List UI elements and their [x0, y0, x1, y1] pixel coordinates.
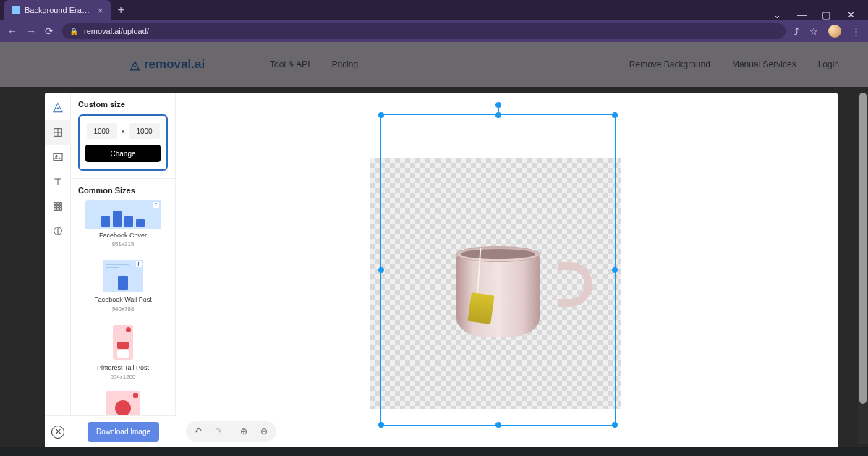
preset-name: Pinterest Tall Post [97, 364, 149, 371]
tab-favicon [12, 6, 20, 14]
browser-addressbar: ← → ⟳ 🔒 removal.ai/upload/ ⤴ ☆ ⋮ [0, 20, 868, 42]
tool-image[interactable] [45, 145, 71, 169]
undo-icon[interactable]: ↶ [190, 423, 206, 439]
redo-icon[interactable]: ↷ [210, 423, 226, 439]
resize-handle[interactable] [495, 422, 501, 428]
preset-name: Facebook Wall Post [94, 296, 152, 303]
lock-icon: 🔒 [69, 28, 78, 35]
canvas-area[interactable]: ↶ ↷ ⊕ ⊖ [176, 93, 838, 447]
preset-thumb [85, 258, 161, 294]
preset-thumb [85, 200, 161, 229]
download-button[interactable]: Download Image [88, 422, 159, 442]
resize-handle[interactable] [612, 267, 618, 273]
preset-thumb [85, 322, 161, 362]
common-sizes-title: Common Sizes [71, 179, 175, 200]
app-logo-icon: ◬ [53, 98, 63, 114]
tool-text[interactable] [45, 169, 71, 194]
minimize-icon[interactable]: ― [797, 9, 806, 20]
browser-tab[interactable]: Background Eraser: Upload You × [4, 0, 111, 20]
tool-crop[interactable] [45, 120, 71, 145]
page-scrollbar[interactable] [858, 93, 868, 444]
back-icon[interactable]: ← [7, 25, 17, 37]
height-input[interactable] [129, 123, 160, 139]
zoom-in-icon[interactable]: ⊕ [236, 423, 252, 439]
width-input[interactable] [87, 123, 117, 139]
chevron-down-icon[interactable]: ⌄ [773, 9, 781, 20]
reload-icon[interactable]: ⟳ [45, 25, 54, 37]
zoom-out-icon[interactable]: ⊖ [256, 423, 272, 439]
close-editor[interactable]: ✕ [45, 415, 71, 447]
preset-facebook-cover[interactable]: Facebook Cover 851x315 [78, 200, 168, 248]
window-controls: ⌄ ― ▢ ✕ [773, 9, 868, 20]
rotate-handle[interactable] [495, 102, 501, 108]
browser-tabbar: Background Eraser: Upload You × + ⌄ ― ▢ … [0, 0, 868, 20]
url-text: removal.ai/upload/ [84, 27, 149, 35]
preset-pinterest[interactable]: Pinterest Tall Post 564x1200 [78, 322, 168, 380]
canvas-toolbar: ↶ ↷ ⊕ ⊖ [186, 421, 276, 442]
menu-icon[interactable]: ⋮ [851, 26, 861, 37]
tool-rail: ◬ [45, 93, 71, 447]
resize-handle[interactable] [612, 422, 618, 428]
svg-rect-7 [59, 203, 61, 205]
x-label: x [122, 127, 125, 135]
resize-handle[interactable] [612, 112, 618, 118]
preset-name: Facebook Cover [99, 232, 147, 239]
editor-modal: ◬ Custom size x [45, 93, 838, 447]
custom-size-box: x Change [78, 114, 168, 171]
selection-box[interactable] [380, 114, 616, 426]
preset-dim: 564x1200 [110, 373, 135, 380]
svg-rect-10 [59, 206, 61, 208]
resize-handle[interactable] [378, 112, 384, 118]
svg-rect-11 [54, 208, 56, 211]
preset-dim: 940x788 [112, 305, 135, 312]
new-tab-button[interactable]: + [111, 0, 132, 20]
close-window-icon[interactable]: ✕ [846, 9, 855, 20]
svg-rect-12 [56, 208, 59, 211]
url-input[interactable]: 🔒 removal.ai/upload/ [62, 23, 786, 39]
preset-dim: 851x315 [112, 241, 135, 248]
svg-rect-8 [54, 206, 56, 208]
tool-shadow[interactable] [45, 219, 71, 243]
close-icon[interactable]: × [98, 6, 103, 15]
maximize-icon[interactable]: ▢ [822, 9, 830, 20]
size-panel: Custom size x Change Common Sizes Facebo… [71, 93, 176, 447]
tab-title: Background Eraser: Upload You [25, 6, 93, 14]
share-icon[interactable]: ⤴ [794, 26, 799, 37]
svg-rect-6 [56, 203, 59, 205]
forward-icon[interactable]: → [26, 25, 36, 37]
custom-size-title: Custom size [71, 93, 175, 114]
star-icon[interactable]: ☆ [809, 26, 818, 37]
common-sizes-list: Facebook Cover 851x315 Facebook Wall Pos… [71, 200, 175, 447]
svg-rect-9 [56, 206, 59, 208]
tool-pattern[interactable] [45, 194, 71, 219]
download-bar: Download Image [71, 415, 176, 447]
svg-rect-13 [59, 208, 61, 211]
svg-rect-5 [54, 203, 56, 205]
resize-handle[interactable] [378, 422, 384, 428]
profile-avatar[interactable] [828, 25, 841, 38]
preset-facebook-wall[interactable]: Facebook Wall Post 940x788 [78, 258, 168, 312]
resize-handle[interactable] [495, 112, 501, 118]
change-button[interactable]: Change [85, 145, 161, 162]
resize-handle[interactable] [378, 267, 384, 273]
